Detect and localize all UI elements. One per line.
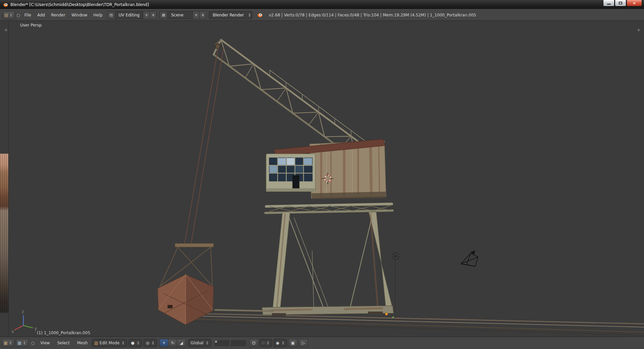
- layer-toggle[interactable]: [221, 340, 223, 343]
- layer-toggle[interactable]: [224, 343, 226, 346]
- view3d-editor-icon: ▦: [17, 341, 21, 345]
- viewport-editor-type-button[interactable]: ▦: [16, 339, 28, 347]
- layer-toggle[interactable]: [218, 340, 220, 343]
- menu-view[interactable]: View: [37, 341, 53, 345]
- uv-image-editor-area[interactable]: [0, 21, 9, 337]
- scene-add-button[interactable]: +: [193, 11, 199, 19]
- shading-sphere-icon: ●: [131, 341, 134, 345]
- image-editor-icon: ▦: [4, 341, 7, 345]
- screen-layout-add-button[interactable]: +: [143, 11, 150, 19]
- snap-element-icon: ∷: [262, 341, 265, 345]
- area-corner-widget[interactable]: +: [4, 28, 8, 32]
- crane-model[interactable]: [158, 40, 644, 335]
- crane-house: [266, 139, 386, 199]
- layer-toggle[interactable]: [231, 343, 234, 346]
- layer-toggle[interactable]: [234, 343, 237, 346]
- menu-add[interactable]: Add: [34, 9, 48, 20]
- layer-toggle[interactable]: [227, 343, 229, 346]
- layer-toggle[interactable]: [224, 340, 226, 343]
- object-origin-dot[interactable]: [385, 313, 388, 315]
- manipulator-translate-toggle[interactable]: +: [159, 339, 168, 347]
- viewport-canvas[interactable]: x y z: [0, 21, 644, 337]
- spinner-icon: [137, 341, 139, 345]
- view3d-header: ▦ ▦ ○ View Select Mesh ▧ Edit Mode ● ◎ +: [0, 337, 644, 349]
- viewport-area: x y z User Persp (1) 1_1000_Portalkran.0…: [0, 21, 644, 337]
- header-options-icon[interactable]: ○: [30, 341, 36, 345]
- lamp-object[interactable]: [392, 253, 399, 311]
- close-button[interactable]: ×: [627, 0, 642, 6]
- spinner-icon: [152, 341, 154, 345]
- menu-window[interactable]: Window: [68, 9, 90, 20]
- scene-delete-button[interactable]: ×: [199, 11, 206, 19]
- spinner-icon: [9, 341, 11, 345]
- orientation-value: Global: [191, 341, 203, 345]
- mini-axis-gizmo: x y z: [11, 309, 37, 334]
- pivot-center-selector[interactable]: ◎: [144, 339, 157, 347]
- render-engine-value: Blender Render: [209, 13, 247, 17]
- manipulator-scale-toggle[interactable]: ◢: [177, 339, 186, 347]
- menu-select[interactable]: Select: [54, 341, 73, 345]
- blender-logo-icon: [3, 2, 8, 7]
- hoist-cables: [184, 48, 223, 245]
- screen-layout-browse-button[interactable]: ▤: [107, 11, 115, 19]
- layers-widget: [215, 340, 246, 346]
- menu-help[interactable]: Help: [90, 9, 105, 20]
- window-title: Blender* [C:\Users\Schmiddi\Desktop\Blen…: [10, 2, 149, 7]
- crane-grab-bucket: [158, 243, 214, 325]
- area-corner-widget[interactable]: +: [637, 28, 641, 32]
- menu-file[interactable]: File: [21, 9, 34, 20]
- layer-toggle[interactable]: [227, 340, 229, 343]
- layer-toggle[interactable]: [231, 340, 234, 343]
- snap-toggle-button[interactable]: Ω: [249, 339, 258, 347]
- layer-toggle[interactable]: [218, 343, 220, 346]
- mode-selector[interactable]: ▧ Edit Mode: [92, 339, 127, 347]
- window-options-icon[interactable]: ○: [15, 13, 21, 17]
- viewport-shading-selector[interactable]: ●: [128, 339, 142, 347]
- layer-toggle[interactable]: [215, 343, 217, 346]
- close-icon: ×: [633, 1, 636, 5]
- mode-value: Edit Mode: [100, 341, 120, 345]
- layer-toggle[interactable]: [237, 340, 240, 343]
- orientation-selector[interactable]: Global: [188, 339, 211, 347]
- render-engine-selector[interactable]: Blender Render: [209, 11, 252, 19]
- layer-toggle[interactable]: [243, 343, 246, 346]
- layer-toggle[interactable]: [237, 343, 240, 346]
- opengl-render-icon: ▣: [291, 341, 295, 345]
- layer-toggle[interactable]: [234, 340, 237, 343]
- proportional-edit-icon: ◉: [276, 341, 279, 345]
- layer-toggle[interactable]: [240, 343, 243, 346]
- camera-object[interactable]: [461, 251, 478, 266]
- menu-render[interactable]: Render: [48, 9, 68, 20]
- editor-type-info-button[interactable]: ▤: [3, 11, 15, 19]
- scale-icon: ◢: [180, 341, 183, 345]
- texture-image-sliver: [0, 154, 8, 313]
- screen-layout-delete-button[interactable]: ×: [150, 11, 156, 19]
- magnet-icon: Ω: [252, 341, 255, 345]
- translate-icon: +: [162, 341, 166, 345]
- layer-toggle[interactable]: [221, 343, 223, 346]
- minimize-button[interactable]: [603, 0, 614, 6]
- engine-spinner-icon: [249, 13, 251, 17]
- layer-toggle[interactable]: [240, 340, 243, 343]
- snap-element-selector[interactable]: ∷: [260, 339, 272, 347]
- crane-portal-legs: [215, 204, 393, 316]
- proportional-edit-selector[interactable]: ◉: [273, 339, 287, 347]
- manipulator-toggles: + ↻ ◢: [159, 339, 186, 347]
- menu-mesh[interactable]: Mesh: [74, 341, 91, 345]
- scene-browse-button[interactable]: ▦: [160, 11, 168, 19]
- manipulator-rotate-toggle[interactable]: ↻: [168, 339, 177, 347]
- maximize-button[interactable]: [615, 0, 626, 6]
- title-bar[interactable]: Blender* [C:\Users\Schmiddi\Desktop\Blen…: [0, 0, 644, 9]
- spinner-icon: [267, 341, 269, 345]
- spinner-icon: [122, 341, 124, 345]
- image-editor-type-button[interactable]: ▦: [2, 339, 14, 347]
- screen-layout-name[interactable]: UV Editing: [115, 13, 143, 17]
- editor-type-spinner: [10, 13, 12, 17]
- opengl-render-button[interactable]: ▣: [288, 339, 298, 347]
- layer-toggle[interactable]: [243, 340, 246, 343]
- crane-cab: [266, 154, 315, 192]
- scene-name[interactable]: Scene: [168, 13, 193, 17]
- opengl-render-anim-button[interactable]: ▷: [299, 339, 308, 347]
- screen-layout-selector: ▤ UV Editing + ×: [107, 11, 157, 19]
- layer-toggle[interactable]: [215, 340, 217, 343]
